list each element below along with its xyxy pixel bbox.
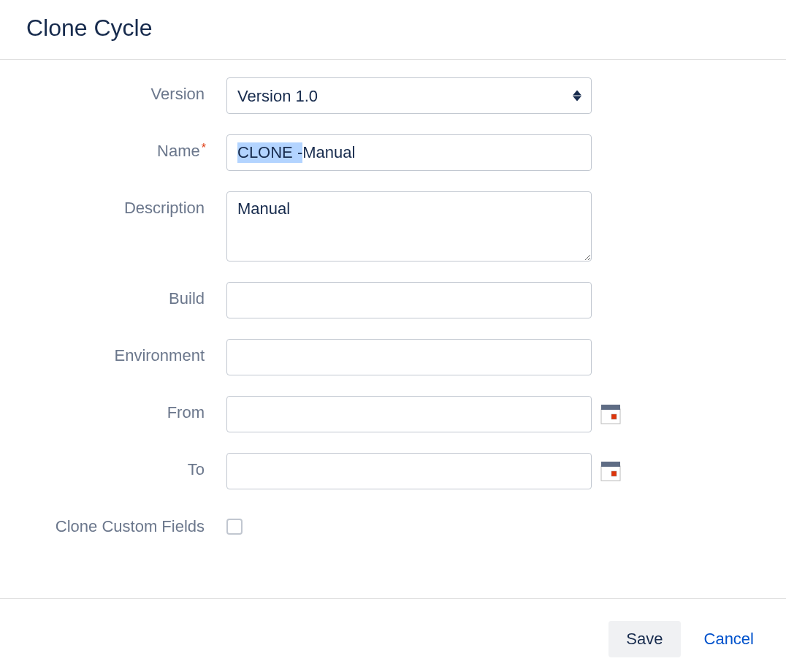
dialog-title: Clone Cycle (26, 15, 760, 42)
label-environment: Environment (29, 339, 226, 365)
svg-rect-5 (611, 471, 617, 476)
version-select-wrap: Version 1.0 (226, 77, 592, 114)
name-highlighted-text: CLONE - (237, 142, 302, 163)
label-version: Version (29, 77, 226, 104)
row-version: Version Version 1.0 (29, 77, 757, 114)
to-input[interactable] (226, 453, 592, 489)
label-name: Name (29, 134, 226, 161)
label-description: Description (29, 191, 226, 218)
name-rest-text: Manual (302, 143, 355, 162)
svg-rect-4 (601, 462, 620, 467)
calendar-icon[interactable] (600, 461, 621, 481)
label-to: To (29, 453, 226, 479)
environment-input[interactable] (226, 339, 592, 375)
svg-rect-1 (601, 405, 620, 410)
from-input[interactable] (226, 396, 592, 432)
svg-rect-2 (611, 414, 617, 419)
row-from: From (29, 396, 757, 432)
row-clone-custom-fields: Clone Custom Fields (29, 510, 757, 536)
version-select[interactable]: Version 1.0 (226, 77, 592, 114)
row-build: Build (29, 282, 757, 318)
save-button[interactable]: Save (608, 621, 680, 657)
clone-custom-fields-checkbox[interactable] (226, 519, 243, 535)
label-clone-custom-fields: Clone Custom Fields (29, 510, 226, 536)
cancel-button[interactable]: Cancel (698, 621, 760, 657)
build-input[interactable] (226, 282, 592, 318)
label-from: From (29, 396, 226, 422)
dialog-footer: Save Cancel (0, 598, 786, 672)
dialog-body: Version Version 1.0 Name CLONE - Manual … (0, 60, 786, 598)
description-textarea[interactable]: Manual (226, 191, 592, 261)
name-input[interactable]: CLONE - Manual (226, 134, 592, 171)
calendar-icon[interactable] (600, 404, 621, 424)
dialog-header: Clone Cycle (0, 0, 786, 60)
svg-rect-3 (601, 466, 620, 481)
row-description: Description Manual (29, 191, 757, 261)
row-name: Name CLONE - Manual (29, 134, 757, 171)
clone-cycle-dialog: Clone Cycle Version Version 1.0 Name CLO… (0, 0, 786, 672)
label-build: Build (29, 282, 226, 308)
row-to: To (29, 453, 757, 489)
row-environment: Environment (29, 339, 757, 375)
svg-rect-0 (601, 409, 620, 424)
